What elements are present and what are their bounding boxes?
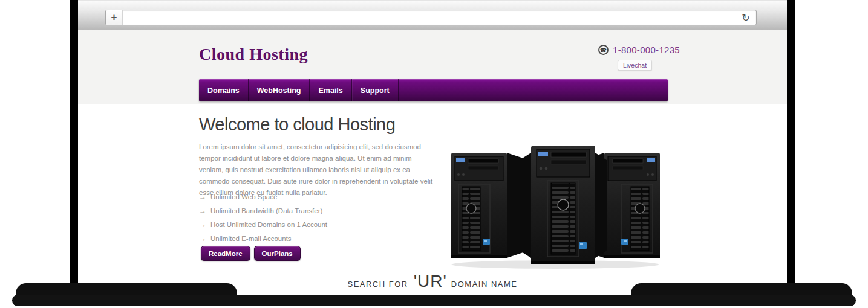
feature-label: Host Unlimited Domains on 1 Account [210,221,327,228]
refresh-icon: ↻ [742,12,749,24]
list-item: → Host Unlimited Domains on 1 Account [199,217,327,231]
new-tab-button[interactable]: + [106,10,123,25]
feature-label: Unlimited Bandwidth (Data Transfer) [210,207,322,214]
livechat-button[interactable]: Livechat [618,60,652,71]
search-highlight: 'UR' [414,272,447,291]
readmore-button[interactable]: ReadMore [201,246,250,261]
browser-frame-left [70,0,78,297]
feature-label: Unlimited E-mail Accounts [210,235,292,242]
cta-buttons: ReadMore OurPlans [201,246,301,261]
site-logo[interactable]: Cloud Hosting [199,45,308,64]
list-item: → Unlimited E-mail Accounts [199,231,327,245]
phone-number[interactable]: 1-800-000-1235 [613,45,680,55]
server-towers-image [448,142,663,270]
list-item: → Unlimited Bandwidth (Data Transfer) [199,204,327,217]
refresh-button[interactable]: ↻ [736,10,756,25]
browser-window: + ↻ Cloud Hosting ☎ 1-800-000-1235 Livec… [70,0,795,297]
browser-frame-right [787,0,795,297]
arrow-bullet-icon: → [199,207,206,215]
address-bar: + ↻ [105,10,757,25]
nav-item-domains[interactable]: Domains [199,79,249,101]
phone-block: ☎ 1-800-000-1235 [598,45,680,55]
nav-item-webhosting[interactable]: WebHosting [249,79,310,101]
mockup-shadow-bar [12,295,856,306]
plus-icon: + [111,11,117,24]
nav-item-emails[interactable]: Emails [310,79,351,101]
arrow-bullet-icon: → [199,193,206,201]
phone-icon: ☎ [598,45,609,55]
web-page: Cloud Hosting ☎ 1-800-000-1235 Livechat … [78,30,787,297]
arrow-bullet-icon: → [199,220,206,229]
browser-toolbar: + ↻ [78,0,787,30]
ourplans-button[interactable]: OurPlans [254,246,301,261]
feature-list: → Unlimited Web Space → Unlimited Bandwi… [199,190,327,245]
main-navigation: Domains WebHosting Emails Support [199,79,668,101]
page-title: Welcome to cloud Hosting [199,115,395,135]
list-item: → Unlimited Web Space [199,190,327,204]
search-suffix: DOMAIN NAME [451,280,518,289]
nav-item-support[interactable]: Support [352,79,399,101]
search-prefix: SEARCH FOR [347,280,408,289]
url-input[interactable] [123,10,736,25]
feature-label: Unlimited Web Space [210,193,277,201]
arrow-bullet-icon: → [199,234,206,243]
